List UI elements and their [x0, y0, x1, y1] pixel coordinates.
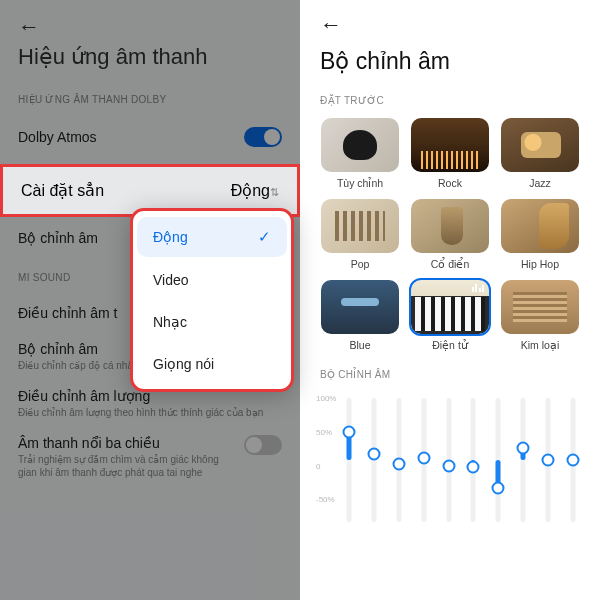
tile-jazz[interactable]: Jazz — [500, 118, 580, 189]
tile-custom[interactable]: Tùy chỉnh — [320, 118, 400, 189]
eq-slider-10[interactable] — [566, 390, 580, 530]
preset-value: Động⇅ — [231, 181, 279, 200]
eq-slider-6[interactable] — [466, 390, 480, 530]
eq-slider-2[interactable] — [367, 390, 381, 530]
updown-icon: ⇅ — [270, 186, 279, 198]
menu-item-label: Video — [153, 272, 189, 288]
equalizer-sliders: 100% 50% 0 -50% — [320, 390, 580, 530]
eq-slider-8[interactable] — [516, 390, 530, 530]
menu-item-label: Nhạc — [153, 314, 187, 330]
eq-slider-9[interactable] — [541, 390, 555, 530]
eq-knob[interactable] — [467, 461, 480, 474]
menu-item-dong[interactable]: Động ✓ — [137, 217, 287, 257]
menu-item-video[interactable]: Video — [133, 259, 291, 301]
tile-blue[interactable]: Blue — [320, 280, 400, 351]
tile-classical[interactable]: Cổ điển — [410, 199, 490, 270]
tile-hiphop[interactable]: Hip Hop — [500, 199, 580, 270]
eq-knob[interactable] — [542, 454, 555, 467]
tile-electronic[interactable]: Điện tử — [410, 280, 490, 351]
eq-knob[interactable] — [566, 454, 579, 467]
page-title: Bộ chỉnh âm — [320, 48, 580, 75]
eq-knob[interactable] — [517, 442, 530, 455]
preset-label: Cài đặt sẳn — [21, 181, 104, 200]
eq-knob[interactable] — [392, 457, 405, 470]
eq-knob[interactable] — [343, 425, 356, 438]
menu-item-label: Giọng nói — [153, 356, 214, 372]
menu-item-nhac[interactable]: Nhạc — [133, 301, 291, 343]
eq-slider-3[interactable] — [392, 390, 406, 530]
tile-rock[interactable]: Rock — [410, 118, 490, 189]
section-label-eq: BỘ CHỈNH ÂM — [320, 369, 580, 380]
eq-slider-4[interactable] — [417, 390, 431, 530]
eq-slider-5[interactable] — [442, 390, 456, 530]
eq-knob[interactable] — [367, 448, 380, 461]
y-label: 50% — [316, 428, 332, 437]
tile-metal[interactable]: Kim loại — [500, 280, 580, 351]
y-label: 100% — [316, 394, 336, 403]
menu-item-giongnoi[interactable]: Giọng nói — [133, 343, 291, 385]
eq-knob[interactable] — [442, 459, 455, 472]
check-icon: ✓ — [258, 228, 271, 246]
y-label: 0 — [316, 461, 320, 470]
y-label: -50% — [316, 495, 335, 504]
eq-knob[interactable] — [492, 482, 505, 495]
eq-knob[interactable] — [417, 451, 430, 464]
menu-item-label: Động — [153, 229, 188, 245]
eq-bars-icon — [472, 284, 485, 292]
eq-slider-7[interactable] — [491, 390, 505, 530]
preset-dropdown-menu: Động ✓ Video Nhạc Giọng nói — [130, 208, 294, 392]
back-icon[interactable]: ← — [320, 12, 342, 38]
tile-pop[interactable]: Pop — [320, 199, 400, 270]
section-label-preset: ĐẶT TRƯỚC — [300, 95, 600, 106]
eq-slider-1[interactable] — [342, 390, 356, 530]
preset-grid: Tùy chỉnh Rock Jazz Pop Cổ điển Hip Hop … — [300, 118, 600, 351]
